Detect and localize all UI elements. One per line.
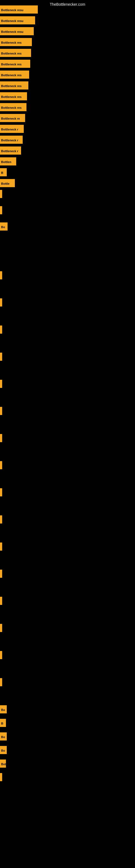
bar-item-41 — [0, 773, 2, 781]
bar-item-36: Bo — [0, 705, 7, 713]
bar-label-32 — [0, 597, 2, 605]
bar-label-27 — [0, 461, 2, 469]
bar-label-31 — [0, 569, 2, 578]
bar-item-3: Bottleneck res — [0, 38, 32, 46]
bar-label-2: Bottleneck resu — [0, 27, 34, 35]
bar-item-5: Bottleneck res — [0, 60, 30, 68]
bar-item-25 — [0, 407, 2, 415]
bar-label-34 — [0, 651, 2, 659]
bar-label-1: Bottleneck resu — [0, 16, 35, 24]
bar-item-29 — [0, 516, 2, 524]
bar-label-26 — [0, 434, 2, 442]
bar-item-2: Bottleneck resu — [0, 27, 34, 35]
bar-item-23 — [0, 352, 2, 361]
bar-label-11: Bottleneck r — [0, 125, 24, 133]
bar-item-35 — [0, 678, 2, 686]
bar-item-31 — [0, 569, 2, 578]
bar-label-33 — [0, 624, 2, 632]
bar-label-0: Bottleneck resu — [0, 5, 38, 13]
bar-item-26 — [0, 434, 2, 442]
bar-label-18 — [0, 206, 2, 214]
bar-label-20 — [0, 271, 2, 279]
bar-item-6: Bottleneck res — [0, 70, 29, 79]
bar-item-13: Bottleneck r — [0, 147, 21, 155]
bar-label-8: Bottleneck res — [0, 92, 27, 100]
bar-label-13: Bottleneck r — [0, 147, 21, 155]
bar-item-7: Bottleneck res — [0, 82, 28, 90]
bar-label-7: Bottleneck res — [0, 82, 28, 90]
bar-label-9: Bottleneck res — [0, 103, 27, 111]
bar-item-39: Bo — [0, 746, 7, 754]
bar-label-3: Bottleneck res — [0, 38, 32, 46]
bar-item-11: Bottleneck r — [0, 125, 24, 133]
bar-item-10: Bottleneck re — [0, 114, 25, 122]
bar-item-32 — [0, 597, 2, 605]
bar-label-25 — [0, 407, 2, 415]
bar-item-38: Bo — [0, 733, 7, 741]
bar-label-4: Bottleneck res — [0, 49, 31, 57]
bar-label-37: B — [0, 719, 6, 727]
bar-item-30 — [0, 542, 2, 551]
bar-label-16: Bottle — [0, 179, 15, 187]
bar-item-0: Bottleneck resu — [0, 5, 38, 13]
bar-label-24 — [0, 380, 2, 388]
bar-label-14: Bottlen — [0, 157, 16, 165]
bar-item-28 — [0, 488, 2, 496]
bar-label-40: Bott — [0, 760, 6, 768]
bar-item-37: B — [0, 719, 6, 727]
bar-item-20 — [0, 271, 2, 279]
bar-label-6: Bottleneck res — [0, 70, 29, 79]
bar-item-22 — [0, 326, 2, 334]
bar-label-21 — [0, 299, 2, 307]
bar-item-27 — [0, 461, 2, 469]
bar-label-30 — [0, 542, 2, 551]
bar-item-33 — [0, 624, 2, 632]
bar-label-28 — [0, 488, 2, 496]
bar-label-22 — [0, 326, 2, 334]
bar-label-29 — [0, 516, 2, 524]
bar-item-19: Bo — [0, 222, 8, 230]
bar-item-4: Bottleneck res — [0, 49, 31, 57]
bar-label-19: Bo — [0, 222, 8, 230]
bar-label-36: Bo — [0, 705, 7, 713]
bar-item-12: Bottleneck r — [0, 135, 23, 144]
bar-item-21 — [0, 299, 2, 307]
bar-item-40: Bott — [0, 760, 6, 768]
bar-item-34 — [0, 651, 2, 659]
bar-label-39: Bo — [0, 746, 7, 754]
bar-item-14: Bottlen — [0, 157, 16, 165]
bar-label-10: Bottleneck re — [0, 114, 25, 122]
bar-label-5: Bottleneck res — [0, 60, 30, 68]
bar-item-16: Bottle — [0, 179, 15, 187]
bar-label-23 — [0, 352, 2, 361]
bar-item-24 — [0, 380, 2, 388]
bar-label-17 — [0, 190, 2, 198]
bar-item-1: Bottleneck resu — [0, 16, 35, 24]
bar-item-17 — [0, 190, 2, 198]
bar-label-12: Bottleneck r — [0, 135, 23, 144]
bar-label-38: Bo — [0, 733, 7, 741]
bar-label-15: B — [0, 168, 7, 176]
bar-label-41 — [0, 773, 2, 781]
bar-item-15: B — [0, 168, 7, 176]
bar-item-18 — [0, 206, 2, 214]
bar-item-9: Bottleneck res — [0, 103, 27, 111]
bar-item-8: Bottleneck res — [0, 92, 27, 100]
bar-label-35 — [0, 678, 2, 686]
